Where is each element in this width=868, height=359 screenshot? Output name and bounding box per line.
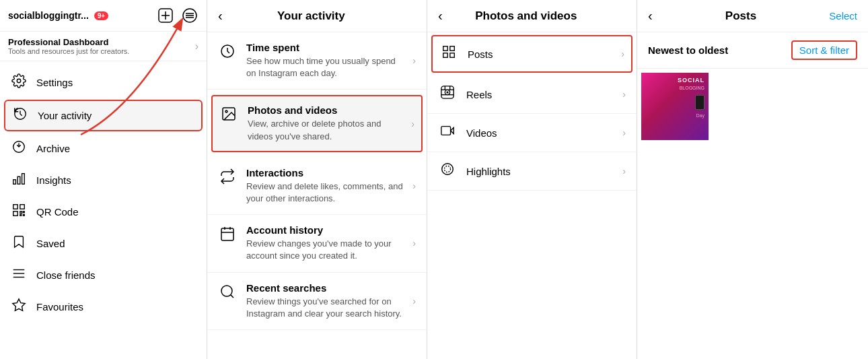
account-history-desc: Review changes you've made to your accou… xyxy=(246,238,403,262)
saved-icon xyxy=(11,234,27,253)
svg-point-49 xyxy=(444,166,450,172)
professional-dashboard[interactable]: Professional Dashboard Tools and resourc… xyxy=(0,32,207,61)
svg-rect-17 xyxy=(20,211,22,214)
activity-item-time-spent[interactable]: Time spent See how much time you usually… xyxy=(207,32,427,90)
svg-rect-46 xyxy=(441,127,451,135)
svg-point-48 xyxy=(442,164,454,175)
dashboard-title: Professional Dashboard xyxy=(8,37,129,47)
time-spent-chevron: › xyxy=(412,55,416,66)
sidebar-item-qr-code[interactable]: QR Code xyxy=(0,196,207,228)
recent-searches-desc: Review things you've searched for on Ins… xyxy=(246,296,403,320)
post-text-area: SOCIAL BLOGGING Day xyxy=(678,77,704,136)
sidebar-item-archive[interactable]: Archive xyxy=(0,133,207,164)
add-icon[interactable] xyxy=(157,7,174,24)
highlights-chevron: › xyxy=(622,166,626,176)
posts-label: Posts xyxy=(468,48,612,60)
account-history-chevron: › xyxy=(412,238,416,249)
posts-sort-filter-button[interactable]: Sort & filter xyxy=(791,40,857,60)
videos-chevron: › xyxy=(622,127,626,138)
reels-icon xyxy=(438,85,457,104)
svg-rect-11 xyxy=(13,180,16,184)
dashboard-subtitle: Tools and resources just for creators. xyxy=(8,47,129,55)
posts-sort-label: Newest to oldest xyxy=(648,44,728,56)
activity-item-recent-searches[interactable]: Recent searches Review things you've sea… xyxy=(207,273,427,330)
photos-item-posts[interactable]: Posts › xyxy=(431,35,632,73)
insights-label: Insights xyxy=(36,174,71,186)
sidebar-item-insights[interactable]: Insights xyxy=(0,164,207,196)
favourites-icon xyxy=(11,298,27,316)
photos-item-reels[interactable]: Reels › xyxy=(427,75,637,114)
favourites-label: Favourites xyxy=(36,301,83,313)
highlights-icon xyxy=(438,162,457,181)
posts-select-button[interactable]: Select xyxy=(829,10,857,22)
phone-area xyxy=(695,95,704,110)
svg-rect-16 xyxy=(13,211,17,216)
posts-panel-header: ‹ Posts Select xyxy=(637,0,868,32)
videos-icon xyxy=(438,123,457,142)
posts-panel-title: Posts xyxy=(725,9,756,23)
time-spent-content: Time spent See how much time you usually… xyxy=(246,42,403,79)
reels-label: Reels xyxy=(466,89,613,100)
photos-item-videos[interactable]: Videos › xyxy=(427,114,637,152)
saved-label: Saved xyxy=(36,238,65,249)
posts-sort-row: Newest to oldest Sort & filter xyxy=(637,32,868,69)
svg-marker-24 xyxy=(13,299,25,311)
svg-line-34 xyxy=(231,294,233,297)
photos-videos-icon xyxy=(219,106,238,126)
svg-point-7 xyxy=(17,79,21,83)
dashboard-chevron: › xyxy=(195,40,198,53)
photos-videos-title: Photos and videos xyxy=(248,104,402,116)
photos-back-button[interactable]: ‹ xyxy=(438,8,443,24)
sidebar-panel: socialbloggingtr... 9+ xyxy=(0,0,207,359)
interactions-chevron: › xyxy=(412,181,416,191)
recent-searches-icon xyxy=(218,284,237,304)
sidebar-item-close-friends[interactable]: Close friends xyxy=(0,259,207,291)
svg-rect-38 xyxy=(450,53,454,57)
activity-item-account-history[interactable]: Account history Review changes you've ma… xyxy=(207,215,427,272)
post-thumbnail-1[interactable]: SOCIAL BLOGGING Day xyxy=(641,73,709,140)
sidebar-item-your-activity[interactable]: Your activity xyxy=(4,100,203,131)
account-history-content: Account history Review changes you've ma… xyxy=(246,224,403,262)
posts-back-button[interactable]: ‹ xyxy=(648,8,653,24)
svg-rect-18 xyxy=(23,214,24,216)
svg-rect-35 xyxy=(443,46,447,51)
activity-back-button[interactable]: ‹ xyxy=(218,8,223,24)
settings-icon xyxy=(11,73,27,92)
interactions-desc: Review and delete likes, comments, and y… xyxy=(246,181,403,205)
menu-icon[interactable] xyxy=(181,7,198,24)
archive-label: Archive xyxy=(36,143,70,154)
photos-videos-content: Photos and videos View, archive or delet… xyxy=(248,104,402,142)
photos-videos-desc: View, archive or delete photos and video… xyxy=(248,118,402,142)
reels-chevron: › xyxy=(622,89,626,100)
svg-point-41 xyxy=(447,92,448,93)
svg-rect-14 xyxy=(13,205,17,209)
dashboard-text: Professional Dashboard Tools and resourc… xyxy=(8,37,129,55)
post-text-line2: BLOGGING xyxy=(680,86,704,90)
your-activity-icon xyxy=(12,106,28,125)
sidebar-item-favourites[interactable]: Favourites xyxy=(0,291,207,323)
photos-videos-chevron: › xyxy=(411,119,414,129)
close-friends-label: Close friends xyxy=(36,269,96,281)
activity-item-photos-videos[interactable]: Photos and videos View, archive or delet… xyxy=(211,95,423,152)
phone-icon xyxy=(695,95,704,110)
sidebar-item-saved[interactable]: Saved xyxy=(0,228,207,259)
time-spent-title: Time spent xyxy=(246,42,403,53)
svg-rect-12 xyxy=(17,176,20,184)
separator-1 xyxy=(207,90,427,92)
header-icons xyxy=(157,7,198,24)
sidebar-item-settings[interactable]: Settings xyxy=(0,67,207,98)
activity-item-interactions[interactable]: Interactions Review and delete likes, co… xyxy=(207,158,427,215)
photos-item-highlights[interactable]: Highlights › xyxy=(427,152,637,191)
posts-panel: ‹ Posts Select Newest to oldest Sort & f… xyxy=(637,0,868,359)
svg-rect-29 xyxy=(221,228,233,240)
sidebar-header: socialbloggingtr... 9+ xyxy=(0,0,207,32)
interactions-title: Interactions xyxy=(246,167,403,178)
post-text-line1: SOCIAL xyxy=(678,77,704,84)
svg-rect-36 xyxy=(450,46,454,51)
photos-panel: ‹ Photos and videos Posts › xyxy=(427,0,637,359)
your-activity-label: Your activity xyxy=(38,110,92,121)
activity-panel-title: Your activity xyxy=(231,9,392,23)
svg-rect-20 xyxy=(23,211,24,213)
svg-point-33 xyxy=(221,286,232,296)
sidebar-username: socialbloggingtr... xyxy=(8,10,89,21)
